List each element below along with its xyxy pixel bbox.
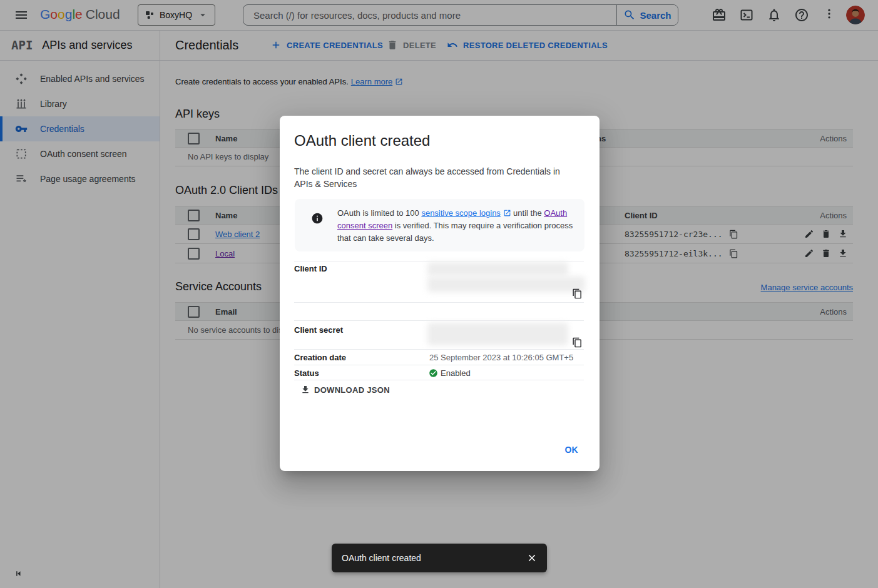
client-id-label: Client ID — [294, 264, 327, 273]
oauth-client-created-dialog: OAuth client created The client ID and s… — [280, 116, 600, 471]
client-secret-label: Client secret — [294, 325, 343, 335]
toast-message: OAuth client created — [342, 553, 526, 563]
sensitive-scope-logins-link[interactable]: sensitive scope logins — [421, 208, 500, 218]
divider — [294, 320, 584, 321]
status-value: Enabled — [441, 368, 471, 378]
notice-part: OAuth is limited to 100 — [337, 208, 421, 218]
divider — [294, 349, 584, 350]
notice-text: OAuth is limited to 100 sensitive scope … — [337, 207, 574, 251]
dialog-description: The client ID and secret can always be a… — [294, 165, 576, 190]
dialog-title: OAuth client created — [294, 132, 430, 150]
verification-notice: OAuth is limited to 100 sensitive scope … — [295, 199, 584, 251]
copy-client-secret-icon[interactable] — [572, 337, 583, 348]
creation-date-value: 25 September 2023 at 10:26:05 GMT+5 — [429, 353, 573, 362]
client-id-redacted-value — [427, 262, 568, 276]
download-json-button[interactable]: DOWNLOAD JSON — [300, 385, 390, 395]
ok-button[interactable]: OK — [559, 441, 583, 459]
creation-date-label: Creation date — [294, 353, 346, 362]
divider — [294, 261, 584, 261]
download-json-label: DOWNLOAD JSON — [314, 385, 390, 395]
external-link-icon — [503, 209, 511, 217]
check-circle-icon — [429, 368, 438, 378]
divider — [294, 302, 584, 303]
notice-part: until the — [511, 208, 544, 218]
divider — [294, 380, 584, 380]
divider — [294, 365, 584, 365]
close-icon[interactable] — [526, 552, 538, 564]
copy-client-id-icon[interactable] — [572, 288, 583, 299]
download-icon — [300, 385, 310, 395]
client-id-redacted-value — [427, 276, 585, 292]
client-secret-redacted-value — [427, 323, 568, 345]
google-cloud-console: Google Cloud BoxyHQ Search — [0, 0, 878, 588]
toast-snackbar: OAuth client created — [332, 544, 547, 572]
info-icon — [311, 212, 324, 225]
status-badge: Enabled — [429, 368, 471, 378]
status-label: Status — [294, 368, 319, 378]
